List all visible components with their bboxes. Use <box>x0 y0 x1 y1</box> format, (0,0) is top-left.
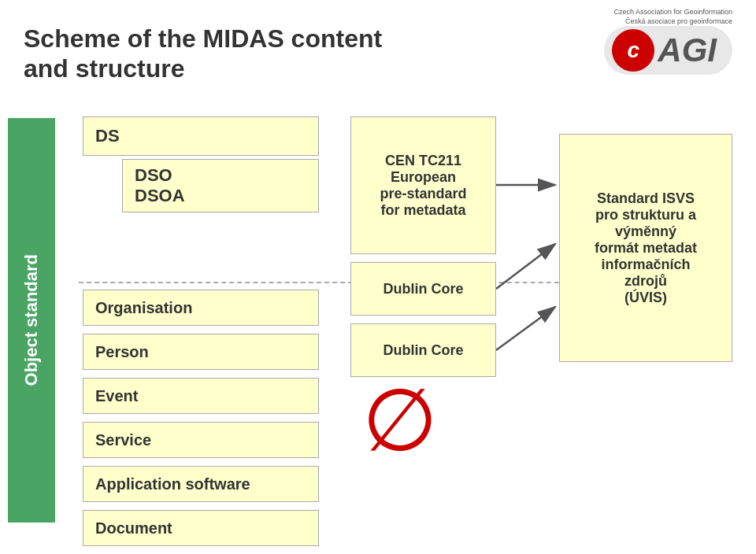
logo-main: c AGI <box>604 26 732 75</box>
logo-c-icon: c <box>612 29 654 72</box>
logo-agi-text: AGI <box>658 31 717 69</box>
empty-set-symbol: ∅ <box>362 370 438 471</box>
logo-area: Czech Association for Geoinformation Čes… <box>604 8 732 75</box>
person-box: Person <box>83 334 319 370</box>
document-box: Document <box>83 510 319 546</box>
page-title: Scheme of the MIDAS content and structur… <box>24 24 382 84</box>
ds-box: DS <box>83 116 319 156</box>
object-standard-label: Object standard <box>8 118 55 523</box>
isvs-box: Standard ISVSpro strukturu avýměnnýformá… <box>559 134 732 362</box>
cen-tc211-box: CEN TC211Europeanpre-standardfor metadat… <box>350 116 496 254</box>
dashed-separator <box>79 282 575 283</box>
dublin-core-box-2: Dublin Core <box>350 323 496 377</box>
dso-dsoa-box: DSO DSOA <box>122 159 319 212</box>
logo-org-name: Czech Association for Geoinformation Čes… <box>613 8 732 26</box>
svg-line-3 <box>496 307 555 350</box>
service-box: Service <box>83 422 319 458</box>
event-box: Event <box>83 378 319 414</box>
application-software-box: Application software <box>83 466 319 502</box>
dublin-core-box-1: Dublin Core <box>350 262 496 316</box>
organisation-box: Organisation <box>83 290 319 326</box>
